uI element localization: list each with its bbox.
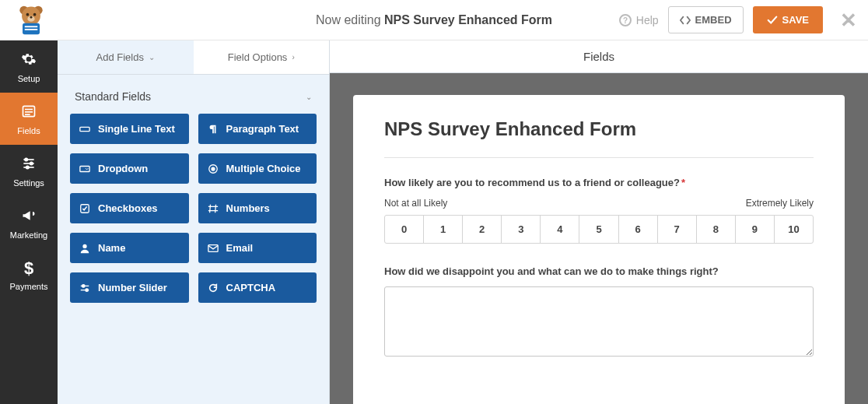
field-btn-dropdown[interactable]: Dropdown [70, 153, 189, 184]
field-btn-user[interactable]: Name [70, 233, 189, 263]
field-btn-text[interactable]: Single Line Text [70, 114, 189, 144]
field-btn-hash[interactable]: Numbers [198, 193, 317, 223]
form-icon [3, 104, 54, 121]
paragraph-icon [208, 124, 219, 135]
close-button[interactable]: ✕ [840, 10, 857, 30]
chevron-right-icon: › [292, 53, 294, 61]
field-btn-label: Single Line Text [98, 123, 175, 135]
q2-label: How did we disappoint you and what can w… [384, 265, 814, 277]
rail-item-setup[interactable]: Setup [0, 40, 58, 93]
recaptcha-icon [208, 283, 219, 293]
svg-point-21 [26, 166, 29, 168]
chevron-down-icon: ⌄ [306, 93, 312, 101]
nps-cell-5[interactable]: 5 [579, 216, 618, 243]
rail-label: Setup [18, 74, 40, 83]
q1-label: How likely are you to recommend us to a … [384, 177, 814, 188]
gear-icon [3, 51, 54, 69]
field-btn-check[interactable]: Checkboxes [70, 193, 189, 223]
canvas-stage: NPS Survey Enhanced Form How likely are … [330, 73, 868, 404]
embed-button[interactable]: EMBED [668, 6, 744, 33]
dollar-icon: $ [3, 260, 54, 277]
field-btn-label: CAPTCHA [226, 282, 276, 293]
preview-canvas: Fields NPS Survey Enhanced Form How like… [330, 40, 868, 404]
field-btn-label: Paragraph Text [226, 123, 299, 135]
field-btn-radio[interactable]: Multiple Choice [198, 153, 317, 184]
rail-item-settings[interactable]: Settings [0, 145, 58, 197]
save-button[interactable]: SAVE [753, 6, 823, 33]
save-label: SAVE [782, 14, 809, 26]
nps-cell-6[interactable]: 6 [619, 216, 658, 243]
rail-label: Fields [17, 126, 40, 135]
tab-field-options[interactable]: Field Options › [194, 40, 330, 74]
rail-item-marketing[interactable]: Marketing [0, 197, 58, 249]
text-icon [79, 124, 90, 135]
field-grid: Single Line TextParagraph TextDropdownMu… [70, 114, 317, 303]
help-label: Help [636, 14, 659, 26]
rail-item-payments[interactable]: $ Payments [0, 249, 58, 300]
tab-label: Field Options [228, 51, 288, 63]
fields-panel: Add Fields ⌄ Field Options › Standard Fi… [58, 40, 330, 404]
svg-point-32 [82, 244, 86, 248]
check-icon [767, 15, 778, 26]
field-btn-paragraph[interactable]: Paragraph Text [198, 114, 317, 144]
left-rail: Setup Fields Settings Marketing $ Paymen… [0, 40, 58, 404]
top-bar: Now editing NPS Survey Enhanced Form ? H… [0, 0, 868, 40]
svg-point-20 [30, 162, 33, 164]
rail-label: Marketing [10, 230, 47, 240]
title-prefix: Now editing [316, 13, 384, 26]
title-form-name: NPS Survey Enhanced Form [384, 13, 552, 26]
user-icon [79, 243, 90, 254]
field-btn-slider[interactable]: Number Slider [70, 272, 189, 303]
nps-cell-1[interactable]: 1 [424, 216, 463, 243]
nps-cell-8[interactable]: 8 [697, 216, 736, 243]
field-btn-label: Numbers [226, 202, 270, 214]
bear-logo-icon [14, 3, 48, 37]
scale-end-labels: Not at all Likely Extremely Likely [384, 198, 814, 209]
svg-rect-8 [25, 26, 38, 27]
q1-label-text: How likely are you to recommend us to a … [384, 177, 680, 188]
mail-icon [208, 243, 219, 254]
tab-label: Add Fields [96, 51, 144, 63]
chevron-down-icon: ⌄ [149, 53, 155, 61]
rail-item-fields[interactable]: Fields [0, 93, 58, 145]
nps-cell-3[interactable]: 3 [502, 216, 541, 243]
field-btn-label: Name [98, 242, 125, 254]
dropdown-icon [79, 163, 90, 174]
nps-cell-7[interactable]: 7 [658, 216, 697, 243]
svg-rect-22 [80, 127, 89, 131]
nps-cell-9[interactable]: 9 [736, 216, 775, 243]
field-btn-recaptcha[interactable]: CAPTCHA [198, 272, 317, 303]
nps-cell-4[interactable]: 4 [541, 216, 579, 243]
svg-point-19 [25, 158, 27, 160]
panel-body: Standard Fields ⌄ Single Line TextParagr… [58, 75, 329, 321]
section-title: Standard Fields [75, 90, 151, 103]
tab-add-fields[interactable]: Add Fields ⌄ [58, 40, 194, 74]
nps-cell-10[interactable]: 10 [775, 216, 813, 243]
field-btn-label: Dropdown [98, 163, 148, 174]
field-btn-mail[interactable]: Email [198, 233, 317, 263]
hash-icon [208, 203, 219, 214]
q2-textarea[interactable] [384, 286, 814, 357]
help-link[interactable]: ? Help [619, 14, 659, 26]
code-icon [680, 15, 691, 26]
form-title: NPS Survey Enhanced Form [384, 118, 814, 158]
nps-cell-2[interactable]: 2 [463, 216, 502, 243]
sliders-icon [3, 156, 54, 174]
app-logo [8, 3, 54, 37]
svg-line-29 [215, 204, 215, 213]
section-standard-fields[interactable]: Standard Fields ⌄ [70, 75, 317, 114]
svg-rect-33 [208, 244, 217, 251]
nps-cell-0[interactable]: 0 [385, 216, 424, 243]
rail-label: Settings [13, 178, 44, 188]
canvas-header: Fields [330, 40, 868, 73]
form-card: NPS Survey Enhanced Form How likely are … [353, 95, 845, 404]
main-area: Setup Fields Settings Marketing $ Paymen… [0, 40, 868, 404]
svg-rect-9 [25, 29, 38, 30]
embed-label: EMBED [695, 14, 732, 26]
field-btn-label: Multiple Choice [226, 163, 301, 174]
radio-icon [208, 163, 219, 174]
nps-scale: 012345678910 [384, 215, 814, 244]
field-btn-label: Checkboxes [98, 202, 158, 214]
help-icon: ? [619, 14, 632, 26]
rail-label: Payments [10, 282, 48, 291]
